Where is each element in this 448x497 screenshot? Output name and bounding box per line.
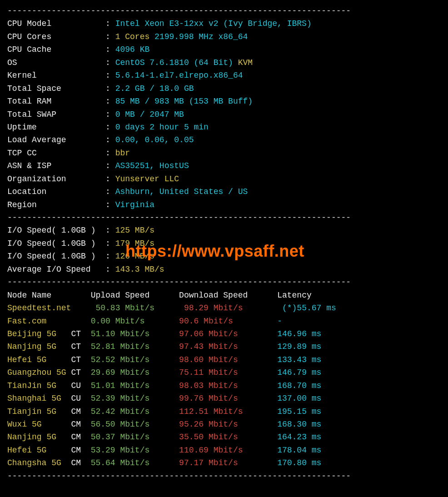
speed-row: Wuxi 5G CM 56.50 Mbit/s 95.26 Mbit/s 168… bbox=[7, 418, 441, 431]
latency: 146.96 ms bbox=[277, 329, 321, 338]
latency: 146.79 ms bbox=[277, 368, 321, 377]
label: I/O Speed( 1.0GB ) bbox=[7, 239, 95, 248]
label: Location bbox=[7, 187, 46, 196]
node-name: Fast.com bbox=[7, 317, 71, 326]
latency: 133.43 ms bbox=[277, 355, 321, 364]
label: CPU Model bbox=[7, 19, 51, 28]
download-speed: 95.26 Mbit/s bbox=[179, 420, 277, 429]
node-name: Hefei 5G bbox=[7, 355, 71, 364]
upload-speed: 52.42 Mbit/s bbox=[91, 407, 179, 416]
upload-speed: 53.29 Mbit/s bbox=[91, 446, 179, 455]
upload-speed: 56.50 Mbit/s bbox=[91, 420, 179, 429]
speed-row: Fast.com 0.00 Mbit/s 90.6 Mbit/s - bbox=[7, 315, 441, 328]
download-speed: 97.17 Mbit/s bbox=[179, 458, 277, 467]
sys-row-asn: ASN & ISP : AS35251, HostUS bbox=[7, 159, 441, 172]
isp bbox=[76, 303, 95, 313]
node-name: Beijing 5G bbox=[7, 329, 71, 338]
upload-speed: 51.10 Mbit/s bbox=[91, 329, 179, 338]
isp: CM bbox=[71, 446, 90, 455]
upload-speed: 55.64 Mbit/s bbox=[91, 458, 179, 467]
sys-row-tcp-cc: TCP CC : bbr bbox=[7, 147, 441, 159]
value: 5.6.14-1.el7.elrepo.x86_64 bbox=[115, 71, 243, 80]
label: Kernel bbox=[7, 71, 37, 80]
io-row-avg: Average I/O Speed : 143.3 MB/s bbox=[7, 263, 441, 276]
col-latency: Latency bbox=[277, 291, 312, 300]
value: 2.2 GB / 18.0 GB bbox=[115, 84, 194, 93]
divider: ----------------------------------------… bbox=[7, 276, 441, 288]
isp: CM bbox=[71, 407, 90, 416]
latency: 195.15 ms bbox=[277, 407, 321, 416]
label: Total Space bbox=[7, 84, 61, 93]
download-speed: 99.76 Mbit/s bbox=[179, 394, 277, 403]
upload-speed: 52.52 Mbit/s bbox=[91, 355, 179, 364]
value: AS35251, HostUS bbox=[115, 161, 189, 170]
node-name: Shanghai 5G bbox=[7, 394, 71, 403]
node-name: Changsha 5G bbox=[7, 458, 71, 467]
value: 126 MB/s bbox=[115, 252, 154, 261]
value: Virginia bbox=[115, 200, 154, 209]
label: Uptime bbox=[7, 123, 37, 132]
speed-row: Guangzhou 5G CT 29.69 Mbit/s 75.11 Mbit/… bbox=[7, 366, 441, 379]
isp: CU bbox=[71, 381, 90, 390]
latency: - bbox=[277, 317, 282, 326]
download-speed: 90.6 Mbit/s bbox=[179, 317, 277, 326]
node-name: Speedtest.net bbox=[7, 303, 76, 313]
label: TCP CC bbox=[7, 149, 37, 158]
upload-speed: 51.01 Mbit/s bbox=[91, 381, 179, 390]
latency: 168.70 ms bbox=[277, 381, 321, 390]
value: Intel Xeon E3-12xx v2 (Ivy Bridge, IBRS) bbox=[115, 19, 312, 28]
label: CPU Cores bbox=[7, 32, 51, 41]
latency: 170.80 ms bbox=[277, 458, 321, 467]
value: 4096 KB bbox=[115, 45, 150, 54]
download-speed: 75.11 Mbit/s bbox=[179, 368, 277, 377]
divider: ----------------------------------------… bbox=[7, 470, 441, 482]
isp: CM bbox=[71, 432, 90, 442]
isp: CT bbox=[71, 329, 90, 338]
speed-row: Nanjing 5G CT 52.81 Mbit/s 97.43 Mbit/s … bbox=[7, 340, 441, 353]
upload-speed: 52.39 Mbit/s bbox=[91, 394, 179, 403]
sys-row-region: Region : Virginia bbox=[7, 199, 441, 211]
value: 85 MB / 983 MB (153 MB Buff) bbox=[115, 97, 253, 106]
latency: 137.00 ms bbox=[277, 394, 321, 403]
sys-row-load: Load Average : 0.00, 0.06, 0.05 bbox=[7, 134, 441, 146]
col-upload: Upload Speed bbox=[91, 291, 150, 300]
download-speed: 97.06 Mbit/s bbox=[179, 329, 277, 338]
node-name: Hefei 5G bbox=[7, 446, 71, 455]
sys-row-location: Location : Ashburn, United States / US bbox=[7, 185, 441, 198]
latency: 168.30 ms bbox=[277, 420, 321, 429]
download-speed: 98.60 Mbit/s bbox=[179, 355, 277, 364]
isp bbox=[71, 317, 90, 326]
node-name: Nanjing 5G bbox=[7, 432, 71, 442]
upload-speed: 50.83 Mbit/s bbox=[95, 303, 184, 313]
latency: 178.04 ms bbox=[277, 446, 321, 455]
isp: CM bbox=[71, 458, 90, 467]
sys-row-total-swap: Total SWAP : 0 MB / 2047 MB bbox=[7, 108, 441, 121]
isp: CT bbox=[71, 368, 90, 377]
col-node: Node Name bbox=[7, 291, 51, 300]
label: Organization bbox=[7, 174, 66, 184]
value: 1 Cores bbox=[115, 32, 150, 41]
latency: (*)55.67 ms bbox=[282, 303, 336, 313]
label: Region bbox=[7, 200, 37, 209]
speed-row: Tianjin 5G CM 52.42 Mbit/s 112.51 Mbit/s… bbox=[7, 405, 441, 418]
isp: CU bbox=[71, 394, 90, 403]
sys-row-kernel: Kernel : 5.6.14-1.el7.elrepo.x86_64 bbox=[7, 69, 441, 82]
value: 179 MB/s bbox=[115, 239, 154, 248]
speed-row: Hefei 5G CM 53.29 Mbit/s 110.69 Mbit/s 1… bbox=[7, 444, 441, 457]
sys-row-cpu-cache: CPU Cache : 4096 KB bbox=[7, 43, 441, 56]
node-name: Tianjin 5G bbox=[7, 407, 71, 416]
value: Yunserver LLC bbox=[115, 174, 179, 184]
value: 0 days 2 hour 5 min bbox=[115, 123, 209, 132]
speed-row: Nanjing 5G CM 50.37 Mbit/s 35.50 Mbit/s … bbox=[7, 431, 441, 443]
label: Average I/O Speed bbox=[7, 265, 91, 274]
speed-row: Beijing 5G CT 51.10 Mbit/s 97.06 Mbit/s … bbox=[7, 328, 441, 340]
sys-row-cpu-cores: CPU Cores : 1 Cores 2199.998 MHz x86_64 bbox=[7, 30, 441, 43]
label: Load Average bbox=[7, 135, 66, 144]
value: KVM bbox=[238, 58, 253, 67]
value: 2199.998 MHz x86_64 bbox=[154, 32, 248, 41]
node-name: Nanjing 5G bbox=[7, 342, 71, 351]
value: 0 MB / 2047 MB bbox=[115, 110, 184, 119]
label: ASN & ISP bbox=[7, 161, 51, 170]
io-row: I/O Speed( 1.0GB ) : 126 MB/s bbox=[7, 250, 441, 263]
sys-row-os: OS : CentOS 7.6.1810 (64 Bit) KVM bbox=[7, 56, 441, 69]
